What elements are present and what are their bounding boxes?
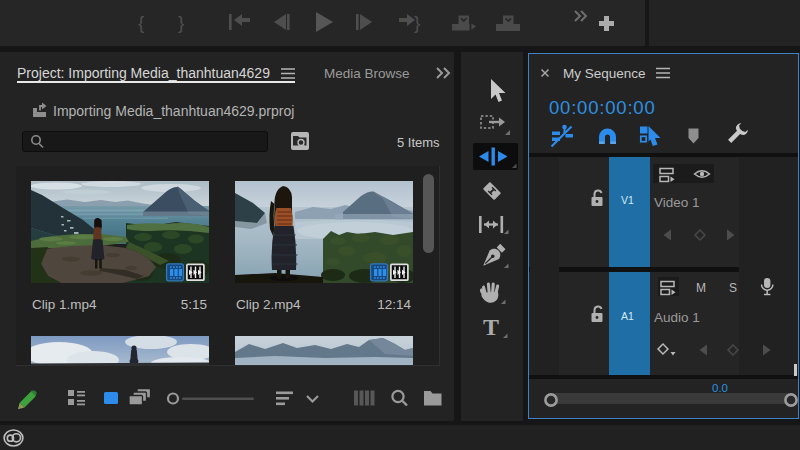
svg-text:M: M <box>696 281 706 295</box>
svg-text:}: } <box>178 12 184 33</box>
svg-text:S: S <box>729 281 737 295</box>
svg-text:T: T <box>483 314 499 340</box>
svg-text:}: } <box>414 12 420 33</box>
svg-text:{: { <box>138 12 145 33</box>
